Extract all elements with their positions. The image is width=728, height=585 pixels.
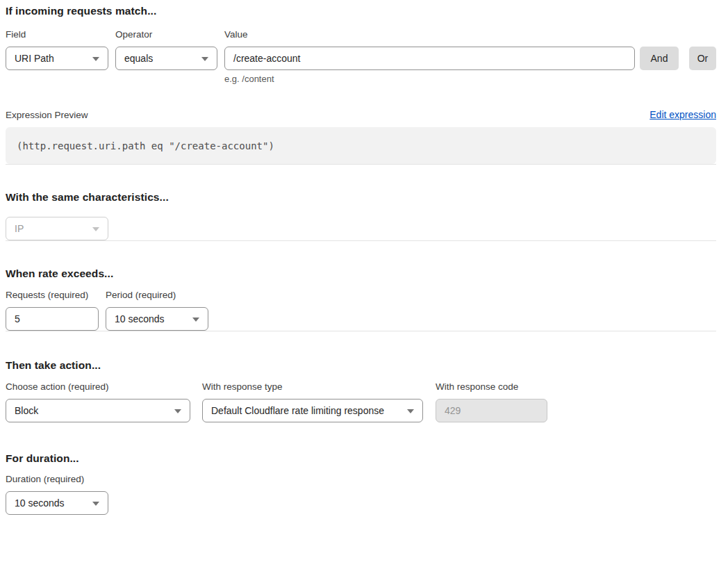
- requests-group: Requests (required): [6, 290, 99, 331]
- rate-row: Requests (required) Period (required) 10…: [6, 290, 716, 331]
- and-button[interactable]: And: [640, 47, 679, 70]
- characteristics-section-heading: With the same characteristics...: [6, 191, 716, 203]
- duration-select-value: 10 seconds: [15, 497, 65, 509]
- response-type-select-value: Default Cloudflare rate limiting respons…: [211, 405, 384, 416]
- chevron-down-icon: [201, 57, 208, 61]
- field-select[interactable]: URI Path: [6, 47, 108, 70]
- action-section-heading: Then take action...: [6, 359, 716, 371]
- condition-logic-buttons: And Or: [640, 47, 716, 70]
- field-select-value: URI Path: [15, 53, 54, 64]
- field-label: Field: [6, 30, 108, 40]
- choose-action-label: Choose action (required): [6, 382, 190, 392]
- choose-action-select-value: Block: [15, 405, 38, 416]
- value-label: Value: [224, 30, 635, 40]
- section-divider: [6, 164, 716, 165]
- value-group: Value e.g. /content: [224, 30, 635, 84]
- chevron-down-icon: [92, 502, 99, 506]
- duration-section-heading: For duration...: [6, 452, 716, 464]
- field-group: Field URI Path: [6, 30, 108, 70]
- value-helper-text: e.g. /content: [224, 74, 635, 84]
- characteristic-select: IP: [6, 217, 108, 240]
- requests-input[interactable]: [6, 307, 99, 331]
- response-code-group: With response code: [436, 382, 547, 422]
- response-code-label: With response code: [436, 382, 547, 392]
- period-select-value: 10 seconds: [115, 313, 165, 324]
- period-select[interactable]: 10 seconds: [106, 307, 208, 331]
- value-input[interactable]: [224, 47, 635, 70]
- characteristic-select-value: IP: [15, 223, 24, 234]
- operator-label: Operator: [115, 30, 217, 40]
- choose-action-group: Choose action (required) Block: [6, 382, 190, 422]
- operator-select-value: equals: [124, 53, 153, 64]
- chevron-down-icon: [92, 57, 99, 61]
- duration-select[interactable]: 10 seconds: [6, 491, 108, 515]
- expression-preview-header: Expression Preview Edit expression: [6, 109, 716, 120]
- expression-preview-code: (http.request.uri.path eq "/create-accou…: [17, 140, 274, 151]
- operator-select[interactable]: equals: [115, 47, 217, 70]
- match-section-heading: If incoming requests match...: [6, 5, 716, 17]
- period-label: Period (required): [106, 290, 208, 300]
- duration-label: Duration (required): [6, 475, 108, 484]
- edit-expression-link[interactable]: Edit expression: [650, 109, 716, 120]
- section-divider: [6, 240, 716, 241]
- operator-group: Operator equals: [115, 30, 217, 70]
- period-group: Period (required) 10 seconds: [106, 290, 208, 331]
- response-type-select[interactable]: Default Cloudflare rate limiting respons…: [202, 399, 423, 422]
- chevron-down-icon: [192, 318, 199, 322]
- choose-action-select[interactable]: Block: [6, 399, 190, 422]
- match-condition-row: Field URI Path Operator equals Value e.g…: [6, 30, 716, 84]
- response-type-group: With response type Default Cloudflare ra…: [202, 382, 423, 422]
- chevron-down-icon: [174, 409, 181, 413]
- response-code-input: [436, 399, 547, 422]
- expression-preview-box: (http.request.uri.path eq "/create-accou…: [6, 127, 716, 164]
- response-type-label: With response type: [202, 382, 423, 392]
- section-divider: [6, 331, 716, 331]
- rate-limiting-rule-form: If incoming requests match... Field URI …: [0, 0, 728, 515]
- expression-preview-label: Expression Preview: [6, 110, 88, 120]
- or-button[interactable]: Or: [689, 47, 716, 70]
- rate-section-heading: When rate exceeds...: [6, 267, 716, 279]
- chevron-down-icon: [92, 227, 99, 231]
- duration-group: Duration (required) 10 seconds: [6, 475, 108, 515]
- action-row: Choose action (required) Block With resp…: [6, 382, 716, 422]
- requests-label: Requests (required): [6, 290, 99, 300]
- chevron-down-icon: [407, 409, 414, 413]
